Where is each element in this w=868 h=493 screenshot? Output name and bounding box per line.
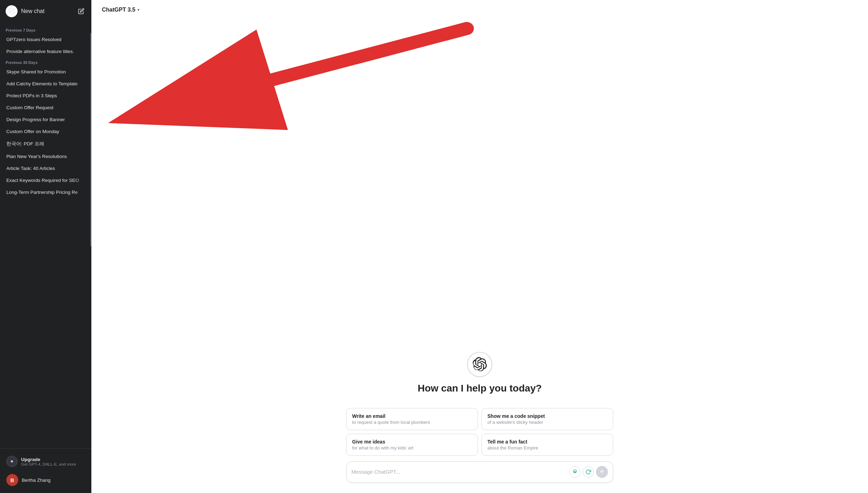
sidebar-header: New chat [0,0,91,22]
main-header: ChatGPT 3.5 ▾ [91,0,868,20]
message-input-area [346,461,613,482]
suggestion-subtitle-3: about the Roman Empire [487,445,607,451]
suggestion-card-2[interactable]: Give me ideas for what to do with my kid… [346,434,478,456]
suggestion-title-1: Show me a code snippet [487,413,607,419]
upgrade-button[interactable]: ✦ Upgrade Get GPT-4, DALL-E, and more [3,452,89,471]
suggestion-card-1[interactable]: Show me a code snippet of a website's st… [481,408,613,430]
chat-item-offer-request[interactable]: Custom Offer Request [3,102,89,113]
chat-item-design[interactable]: Design Progress for Banner [3,114,89,125]
sidebar: New chat Previous 7 Days GPTzero Issues … [0,0,91,493]
send-button[interactable] [596,466,608,478]
model-selector-button[interactable]: ChatGPT 3.5 ▾ [98,5,143,15]
model-name-text: ChatGPT [102,7,126,13]
new-chat-label: New chat [21,8,45,14]
upgrade-label: Upgrade [21,457,76,462]
chat-item-protect[interactable]: Protect PDFs in 3 Steps [3,90,89,101]
suggestion-card-3[interactable]: Tell me a fun fact about the Roman Empir… [481,434,613,456]
sidebar-footer: ✦ Upgrade Get GPT-4, DALL-E, and more B … [0,448,91,493]
chat-item-gptzero[interactable]: GPTzero Issues Resolved [3,34,89,45]
suggestion-subtitle-1: of a website's sticky header [487,420,607,425]
scrollbar-indicator [90,33,91,246]
upgrade-text-container: Upgrade Get GPT-4, DALL-E, and more [21,457,76,466]
welcome-text: How can I help you today? [417,383,542,394]
upgrade-icon: ✦ [6,456,18,467]
user-profile-button[interactable]: B Bertha Zhang [3,471,89,489]
model-name-label: ChatGPT 3.5 [102,7,135,13]
section-label-30days: Previous 30 Days [3,58,89,66]
suggestion-subtitle-2: for what to do with my kids' art [352,445,472,451]
edit-icon-button[interactable] [77,7,86,16]
refresh-button[interactable] [583,466,594,478]
center-content-area: How can I help you today? Write an email… [91,20,868,493]
svg-point-2 [574,471,576,473]
suggestion-title-3: Tell me a fun fact [487,439,607,445]
chat-item-partnership[interactable]: Long-Term Partnership Pricing Re [3,186,89,198]
chat-item-catchy[interactable]: Add Catchy Elements to Template [3,78,89,90]
chatgpt-logo-circle [467,352,492,377]
new-chat-button[interactable]: New chat [6,5,45,17]
chevron-down-icon: ▾ [137,7,140,12]
chat-item-offer-monday[interactable]: Custom Offer on Monday [3,126,89,137]
section-label-7days: Previous 7 Days [3,25,89,34]
suggestion-title-0: Write an email [352,413,472,419]
user-name: Bertha Zhang [22,478,51,483]
chat-item-korean[interactable]: 한국어: PDF 프레 [3,138,89,150]
chat-item-articles[interactable]: Article Task: 40 Articles [3,163,89,174]
suggestion-grid: Write an email to request a quote from l… [346,408,613,456]
message-input[interactable] [351,468,569,476]
message-input-container [346,461,613,482]
input-actions [569,466,608,478]
openai-logo [6,5,18,17]
sidebar-scroll-area: Previous 7 Days GPTzero Issues Resolved … [0,22,91,448]
chat-item-keywords[interactable]: Exact Keywords Required for SEO [3,175,89,186]
suggestion-card-0[interactable]: Write an email to request a quote from l… [346,408,478,430]
chat-history-list: Previous 7 Days GPTzero Issues Resolved … [0,22,91,448]
chat-item-resolutions[interactable]: Plan New Year's Resolutions [3,151,89,162]
chat-item-skype[interactable]: Skype Shared for Promotion [3,66,89,78]
mic-button[interactable] [569,466,581,478]
avatar: B [6,474,18,486]
chat-item-alternative[interactable]: Provide alternative feature titles. [3,46,89,57]
model-version-text: 3.5 [128,7,135,13]
suggestion-title-2: Give me ideas [352,439,472,445]
welcome-area: How can I help you today? [417,352,542,394]
main-content: ChatGPT 3.5 ▾ How can I help you today? … [91,0,868,493]
avatar-initial: B [11,477,14,483]
suggestion-subtitle-0: to request a quote from local plumbers [352,420,472,425]
upgrade-sublabel: Get GPT-4, DALL-E, and more [21,462,76,466]
